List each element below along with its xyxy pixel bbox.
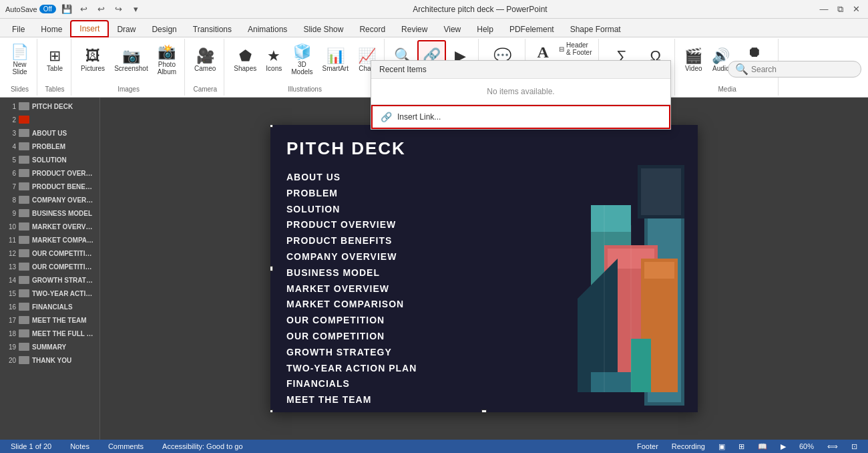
resize-handle-bm[interactable] — [481, 410, 487, 412]
slide-label-7: PRODUCT BENEFITS — [32, 183, 94, 190]
recording-button[interactable]: Recording — [668, 442, 709, 450]
slide-item-18[interactable]: 18 MEET THE FULL TEAM — [3, 327, 97, 339]
slide-label-4: PROBLEM — [32, 143, 65, 150]
autosave-toggle[interactable]: Off — [39, 5, 56, 13]
slide-label-17: MEET THE TEAM — [32, 317, 87, 324]
tab-insert[interactable]: Insert — [70, 20, 109, 37]
insert-link-button[interactable]: 🔗 Insert Link... — [371, 105, 670, 129]
slide-thumb-20 — [19, 356, 29, 364]
tab-slideshow[interactable]: Slide Show — [295, 22, 351, 37]
comments-button[interactable]: Comments — [104, 442, 148, 450]
undo-button-2[interactable]: ↩ — [95, 3, 108, 16]
fit-slide-button[interactable]: ⊡ — [847, 442, 861, 451]
photo-album-button[interactable]: 📸 PhotoAlbum — [154, 40, 180, 80]
search-input[interactable] — [751, 65, 854, 74]
slide-item-13[interactable]: 13 OUR COMPETITION — [3, 261, 97, 273]
screen-recording-icon: ⏺ — [747, 45, 762, 59]
slide-item-17[interactable]: 17 MEET THE TEAM — [3, 314, 97, 326]
tab-draw[interactable]: Draw — [109, 22, 144, 37]
new-slide-button[interactable]: 📄 NewSlide — [7, 40, 33, 80]
dropdown-empty: No items available. — [371, 79, 670, 104]
footer-button[interactable]: Footer — [633, 442, 662, 450]
status-bar-right: Footer Recording ▣ ⊞ 📖 ▶ 60% ⟺ ⊡ — [633, 442, 861, 451]
slide-text-content: ABOUT US PROBLEM SOLUTION PRODUCT OVERVI… — [286, 170, 521, 412]
slideshow-button[interactable]: ▶ — [777, 442, 790, 451]
slide-thumb-13 — [19, 263, 29, 271]
slide-image-column — [537, 125, 698, 412]
slide-sorter-button[interactable]: ⊞ — [734, 442, 748, 451]
slide-thumb-11 — [19, 236, 29, 244]
resize-handle-bl[interactable] — [270, 410, 273, 412]
video-button[interactable]: 🎬 Video — [680, 40, 706, 80]
table-button[interactable]: ⊞ Table — [43, 40, 67, 80]
pictures-button[interactable]: 🖼 Pictures — [77, 40, 109, 80]
tab-view[interactable]: View — [435, 22, 469, 37]
undo-button[interactable]: ↩ — [77, 3, 91, 16]
svg-rect-9 — [631, 339, 651, 392]
cameo-button[interactable]: 🎥 Cameo — [190, 40, 220, 80]
slide-num-14: 14 — [5, 277, 16, 284]
slides-panel[interactable]: 1 PITCH DECK 2 3 ABOUT US 4 PROBLEM 5 SO… — [0, 98, 100, 440]
slide-canvas[interactable]: PITCH DECK ABOUT US PROBLEM SOLUTION PRO… — [270, 125, 698, 412]
slide-item-7[interactable]: 7 PRODUCT BENEFITS — [3, 180, 97, 192]
slide-num-1: 1 — [5, 103, 16, 110]
reading-view-button[interactable]: 📖 — [754, 442, 771, 451]
tab-help[interactable]: Help — [469, 22, 501, 37]
screenshot-icon: 📷 — [122, 49, 140, 63]
slide-item-6[interactable]: 6 PRODUCT OVERVIEW — [3, 167, 97, 179]
minimize-button[interactable]: — — [817, 3, 831, 16]
slide-thumb-17 — [19, 316, 29, 324]
notes-button[interactable]: Notes — [66, 442, 93, 450]
save-button[interactable]: 💾 — [60, 3, 73, 16]
slide-item-12[interactable]: 12 OUR COMPETITION — [3, 247, 97, 259]
ribbon-tabs: File Home Insert Draw Design Transitions… — [0, 19, 868, 37]
slide-label-15: TWO-YEAR ACTION PLAN — [32, 290, 94, 297]
slide-item-9[interactable]: 9 BUSINESS MODEL — [3, 207, 97, 219]
slide-item-11[interactable]: 11 MARKET COMPARISON — [3, 234, 97, 246]
search-bar[interactable]: 🔍 — [728, 61, 861, 78]
smartart-icon: 📊 — [327, 49, 345, 63]
slide-item-19[interactable]: 19 SUMMARY — [3, 341, 97, 353]
slide-item-4[interactable]: 4 PROBLEM — [3, 140, 97, 152]
slide-item-1[interactable]: 1 PITCH DECK — [3, 100, 97, 112]
shapes-button[interactable]: ⬟ Shapes — [230, 40, 260, 80]
slide-item-8[interactable]: 8 COMPANY OVERVIEW — [3, 194, 97, 206]
slide-item-10[interactable]: 10 MARKET OVERVIEW — [3, 220, 97, 233]
normal-view-button[interactable]: ▣ — [714, 442, 729, 451]
slide-item-14[interactable]: 14 GROWTH STRATEGY — [3, 274, 97, 286]
zoom-level[interactable]: 60% — [795, 442, 818, 450]
screenshot-button[interactable]: 📷 Screenshot — [110, 40, 152, 80]
slide-item-2[interactable]: 2 — [3, 114, 97, 126]
tab-transitions[interactable]: Transitions — [185, 22, 240, 37]
slide-item-3[interactable]: 3 ABOUT US — [3, 127, 97, 139]
tab-record[interactable]: Record — [351, 22, 393, 37]
close-button[interactable]: ✕ — [849, 3, 863, 16]
ribbon-group-slides: 📄 NewSlide Slides — [3, 39, 37, 96]
slide-item-20[interactable]: 20 THANK YOU — [3, 354, 97, 366]
tab-pdfelement[interactable]: PDFelement — [501, 22, 562, 37]
slide-item-16[interactable]: 16 FINANCIALS — [3, 301, 97, 313]
tab-review[interactable]: Review — [393, 22, 435, 37]
smartart-button[interactable]: 📊 SmartArt — [318, 40, 353, 80]
3d-models-button[interactable]: 🧊 3DModels — [287, 40, 316, 80]
icons-button[interactable]: ★ Icons — [262, 40, 286, 80]
tab-home[interactable]: Home — [33, 22, 70, 37]
slide-thumb-2 — [19, 116, 29, 124]
redo-button[interactable]: ↪ — [112, 3, 126, 16]
tab-file[interactable]: File — [4, 22, 33, 37]
tab-shape-format[interactable]: Shape Format — [562, 22, 629, 37]
audio-label: Audio — [712, 65, 730, 72]
slide-item-5[interactable]: 5 SOLUTION — [3, 154, 97, 166]
zoom-slider[interactable]: ⟺ — [823, 442, 842, 451]
slide-label-16: FINANCIALS — [32, 303, 73, 311]
slide-item-15[interactable]: 15 TWO-YEAR ACTION PLAN — [3, 287, 97, 299]
slide-num-4: 4 — [5, 143, 16, 150]
main-area: 1 PITCH DECK 2 3 ABOUT US 4 PROBLEM 5 SO… — [0, 98, 868, 440]
resize-handle-ml[interactable] — [270, 266, 273, 271]
tab-animations[interactable]: Animations — [240, 22, 295, 37]
restore-button[interactable]: ⧉ — [833, 3, 847, 16]
header-footer-button[interactable]: ⊟ Header& Footer — [556, 40, 594, 57]
resize-handle-tl[interactable] — [270, 125, 273, 128]
customize-button[interactable]: ▾ — [130, 3, 143, 16]
tab-design[interactable]: Design — [144, 22, 184, 37]
